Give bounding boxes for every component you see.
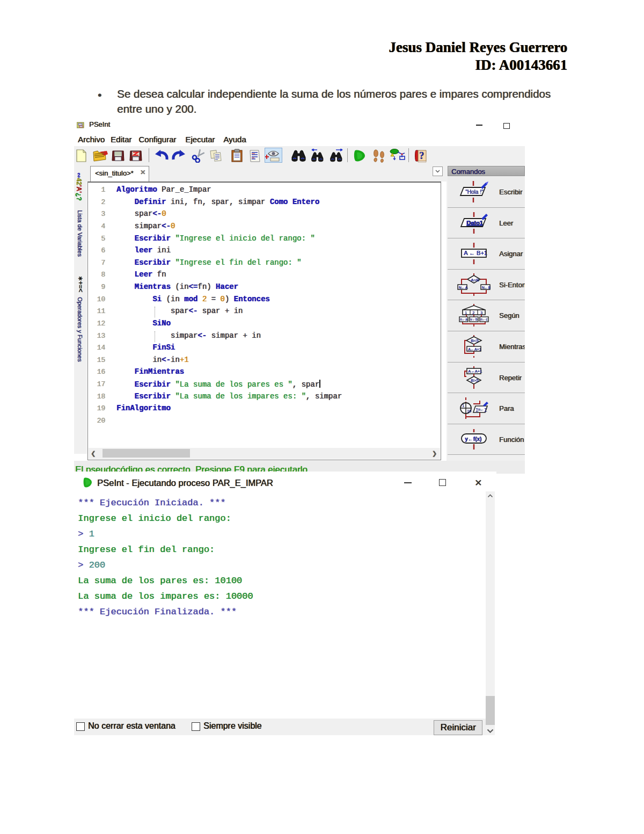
- svg-text:A ← B+1: A ← B+1: [464, 250, 487, 256]
- svg-text:3: 3: [480, 311, 482, 315]
- svg-text:"Hola !": "Hola !": [465, 189, 484, 195]
- svg-text:A>B: A>B: [471, 277, 479, 282]
- svg-text:1: 1: [462, 404, 464, 408]
- svg-text:Dato1: Dato1: [466, 219, 483, 226]
- svg-text:n←c: n←c: [480, 317, 488, 321]
- svg-text:1: 1: [465, 311, 467, 315]
- svg-text:N←B: N←B: [482, 285, 491, 289]
- svg-text:?: ?: [419, 150, 424, 161]
- svg-text:B>5: B>5: [471, 378, 479, 383]
- svg-text:∑n←∑: ∑n←∑: [475, 408, 487, 412]
- svg-text:A←A+1: A←A+1: [468, 369, 482, 374]
- svg-text:n←a: n←a: [460, 317, 467, 321]
- svg-text:A←A+1: A←A+1: [468, 347, 481, 351]
- svg-text:B<5: B<5: [471, 338, 479, 343]
- svg-text:N←A: N←A: [459, 285, 468, 289]
- svg-text:2: 2: [472, 311, 474, 315]
- svg-text:v←b: v←b: [470, 317, 478, 321]
- svg-text:10: 10: [467, 409, 471, 413]
- svg-text:y←f(x): y←f(x): [465, 436, 481, 442]
